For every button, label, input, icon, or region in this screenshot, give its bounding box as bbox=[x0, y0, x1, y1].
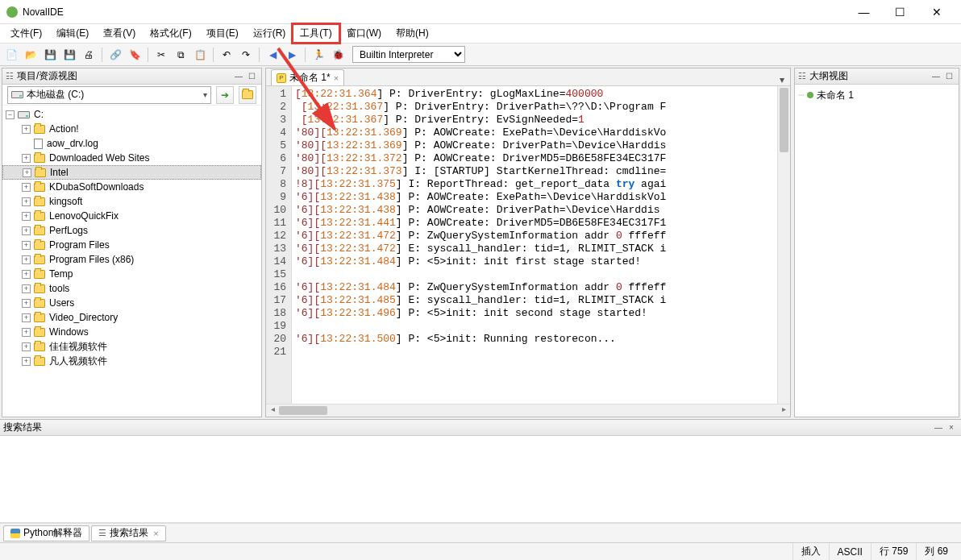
editor-body[interactable]: 123456789101112131415161718192021 [13:22… bbox=[266, 86, 790, 404]
expander-icon[interactable]: + bbox=[22, 226, 31, 235]
undo-icon[interactable]: ↶ bbox=[218, 47, 235, 63]
code-area[interactable]: [13:22:31.364] P: DriverEntry: gLogMaxLi… bbox=[292, 86, 777, 404]
expander-icon[interactable]: − bbox=[6, 110, 15, 119]
tree-folder[interactable]: +Windows bbox=[2, 325, 261, 339]
tab-overflow-icon[interactable]: ▾ bbox=[777, 74, 790, 85]
code-line[interactable]: '6][13:22:31.472] E: syscall_handler: ti… bbox=[295, 243, 774, 255]
code-line[interactable]: '6][13:22:31.472] P: ZwQuerySystemInform… bbox=[295, 230, 774, 243]
code-line[interactable]: '6][13:22:31.485] E: syscall_handler: ti… bbox=[295, 294, 774, 307]
tree-folder[interactable]: +Temp bbox=[2, 267, 261, 281]
copy-icon[interactable]: ⧉ bbox=[173, 47, 189, 63]
close-button[interactable]: ✕ bbox=[918, 1, 955, 23]
panel-minimize-icon[interactable]: — bbox=[930, 71, 942, 82]
tab-search-results[interactable]: ☰ 搜索结果 × bbox=[91, 525, 165, 541]
menu-window[interactable]: 窗口(W) bbox=[339, 24, 389, 43]
menu-view[interactable]: 查看(V) bbox=[96, 24, 143, 43]
bookmark-icon[interactable]: 🔖 bbox=[127, 47, 143, 63]
panel-close-icon[interactable]: ☐ bbox=[942, 71, 955, 82]
expander-icon[interactable]: + bbox=[22, 241, 31, 250]
code-line[interactable]: '6][13:22:31.484] P: <5>init: init first… bbox=[295, 255, 774, 268]
menu-help[interactable]: 帮助(H) bbox=[389, 24, 436, 43]
panel-close-icon[interactable]: × bbox=[945, 422, 958, 433]
menu-edit[interactable]: 编辑(E) bbox=[49, 24, 96, 43]
nav-fwd-icon[interactable]: ▶ bbox=[284, 47, 300, 63]
menu-file[interactable]: 文件(F) bbox=[3, 24, 49, 43]
run-icon[interactable]: 🏃 bbox=[310, 47, 327, 63]
print-icon[interactable]: 🖨 bbox=[81, 47, 97, 63]
code-line[interactable] bbox=[295, 346, 774, 359]
outline-item[interactable]: ┈ 未命名 1 bbox=[798, 88, 955, 102]
scroll-right-icon[interactable]: ▸ bbox=[777, 404, 790, 417]
goto-icon[interactable]: 🔗 bbox=[107, 47, 123, 63]
paste-icon[interactable]: 📋 bbox=[192, 47, 208, 63]
code-line[interactable]: [13:22:31.367] P: DriverEntry: EvSignNee… bbox=[295, 114, 774, 127]
expander-icon[interactable]: + bbox=[22, 328, 31, 337]
cut-icon[interactable]: ✂ bbox=[153, 47, 169, 63]
expander-icon[interactable]: + bbox=[22, 197, 31, 206]
editor-tab[interactable]: P 未命名 1* × bbox=[271, 69, 344, 85]
expander-icon[interactable]: + bbox=[22, 183, 31, 192]
scroll-left-icon[interactable]: ◂ bbox=[266, 404, 279, 417]
code-line[interactable]: '80][13:22:31.369] P: AOWCreate: DriverP… bbox=[295, 139, 774, 152]
maximize-button[interactable]: ☐ bbox=[882, 1, 918, 23]
tree-folder[interactable]: +Program Files (x86) bbox=[2, 252, 261, 267]
code-line[interactable]: '6][13:22:31.441] P: AOWCreate: DriverMD… bbox=[295, 217, 774, 230]
tab-close-icon[interactable]: × bbox=[334, 73, 339, 83]
scroll-thumb[interactable] bbox=[780, 88, 788, 152]
tree-folder[interactable]: +凡人视频软件 bbox=[2, 354, 261, 368]
expander-icon[interactable]: + bbox=[22, 255, 31, 264]
tree-folder[interactable]: +PerfLogs bbox=[2, 223, 261, 238]
code-line[interactable]: '80][13:22:31.373] I: [STARTUP] StartKer… bbox=[295, 165, 774, 178]
expander-icon[interactable]: + bbox=[22, 154, 31, 163]
code-line[interactable]: '6][13:22:31.500] P: <5>init: Running re… bbox=[295, 333, 774, 346]
code-line[interactable]: '80][13:22:31.369] P: AOWCreate: ExePath… bbox=[295, 127, 774, 139]
tree-folder[interactable]: +佳佳视频软件 bbox=[2, 339, 261, 354]
tab-python-interpreter[interactable]: Python解释器 bbox=[3, 525, 89, 541]
file-tree[interactable]: − C: +Action!aow_drv.log+Downloaded Web … bbox=[2, 106, 261, 417]
scroll-thumb[interactable] bbox=[279, 406, 327, 415]
code-line[interactable]: '6][13:22:31.438] P: AOWCreate: ExePath=… bbox=[295, 191, 774, 204]
redo-icon[interactable]: ↷ bbox=[238, 47, 254, 63]
bug-icon[interactable]: 🐞 bbox=[330, 47, 346, 63]
expander-icon[interactable]: + bbox=[22, 357, 31, 366]
save-icon[interactable]: 💾 bbox=[42, 47, 58, 63]
open-folder-icon[interactable]: 📂 bbox=[23, 47, 39, 63]
tree-folder[interactable]: +kingsoft bbox=[2, 194, 261, 209]
interpreter-select[interactable]: Builtin Interpreter bbox=[352, 46, 465, 63]
tree-folder[interactable]: +Action! bbox=[2, 122, 261, 136]
code-line[interactable]: '6][13:22:31.438] P: AOWCreate: DriverPa… bbox=[295, 204, 774, 217]
editor-vscrollbar[interactable] bbox=[777, 86, 790, 404]
expander-icon[interactable]: + bbox=[22, 270, 31, 279]
code-line[interactable] bbox=[295, 268, 774, 281]
code-line[interactable]: '80][13:22:31.372] P: AOWCreate: DriverM… bbox=[295, 152, 774, 165]
expander-icon[interactable]: + bbox=[22, 299, 31, 308]
minimize-button[interactable]: — bbox=[846, 1, 882, 23]
drive-up-button[interactable] bbox=[239, 86, 256, 104]
expander-icon[interactable]: + bbox=[23, 168, 31, 177]
new-file-icon[interactable]: 📄 bbox=[3, 47, 19, 63]
code-line[interactable]: [13:22:31.367] P: DriverEntry: DriverPat… bbox=[295, 101, 774, 114]
panel-minimize-icon[interactable]: — bbox=[232, 71, 245, 82]
tree-folder[interactable]: +KDubaSoftDownloads bbox=[2, 180, 261, 194]
tree-folder[interactable]: +Users bbox=[2, 296, 261, 310]
save-all-icon[interactable]: 💾 bbox=[61, 47, 77, 63]
tree-file[interactable]: aow_drv.log bbox=[2, 136, 261, 151]
tree-folder[interactable]: +Program Files bbox=[2, 238, 261, 252]
tree-root[interactable]: − C: bbox=[2, 107, 261, 122]
tab-close-icon[interactable]: × bbox=[153, 529, 158, 538]
expander-icon[interactable]: + bbox=[22, 125, 31, 134]
expander-icon[interactable]: + bbox=[22, 284, 31, 293]
menu-format[interactable]: 格式化(F) bbox=[143, 24, 198, 43]
tree-folder[interactable]: +LenovoQuickFix bbox=[2, 209, 261, 223]
tree-folder[interactable]: +tools bbox=[2, 281, 261, 296]
editor-hscrollbar[interactable]: ◂ ▸ bbox=[266, 404, 790, 417]
tree-folder[interactable]: +Downloaded Web Sites bbox=[2, 151, 261, 165]
panel-close-icon[interactable]: ☐ bbox=[245, 71, 258, 82]
code-line[interactable]: '6][13:22:31.484] P: ZwQuerySystemInform… bbox=[295, 281, 774, 294]
nav-back-icon[interactable]: ◀ bbox=[264, 47, 281, 63]
drive-go-button[interactable]: ➔ bbox=[216, 86, 234, 104]
menu-tools[interactable]: 工具(T) bbox=[293, 24, 339, 43]
tree-folder[interactable]: +Intel bbox=[2, 165, 261, 180]
panel-minimize-icon[interactable]: — bbox=[932, 422, 945, 433]
code-line[interactable]: !8][13:22:31.375] I: ReportThread: get_r… bbox=[295, 178, 774, 191]
